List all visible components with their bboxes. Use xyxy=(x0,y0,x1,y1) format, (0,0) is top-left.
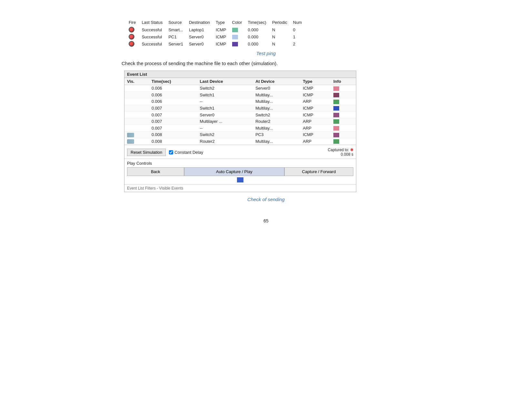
vis-cell xyxy=(124,125,149,132)
play-controls-section: Play Controls Back Auto Capture / Play C… xyxy=(124,159,356,184)
info-cell xyxy=(331,105,356,112)
last-device-cell: Router2 xyxy=(197,138,253,145)
time-cell: 0.006 xyxy=(149,98,197,105)
col-periodic: Periodic xyxy=(271,19,292,26)
event-col-header: Time(sec) xyxy=(149,78,197,85)
status-cell: Successful xyxy=(140,33,167,40)
event-col-header: Type xyxy=(300,78,331,85)
col-num: Num xyxy=(292,19,306,26)
last-device-cell: Switch1 xyxy=(197,92,253,98)
last-device-cell: Switch1 xyxy=(197,105,253,112)
vis-cell xyxy=(124,92,149,98)
vis-cell xyxy=(124,131,149,138)
reset-simulation-button[interactable]: Reset Simulation xyxy=(127,149,166,156)
color-cell xyxy=(231,33,247,40)
col-time: Time(sec) xyxy=(247,19,271,26)
info-cell xyxy=(331,131,356,138)
captured-label: Captured to: xyxy=(328,148,349,152)
col-color: Color xyxy=(231,19,247,26)
type-cell: ICMP xyxy=(300,92,331,98)
controls-left: Reset Simulation Constant Delay xyxy=(127,149,203,156)
event-list-scroll[interactable]: Vis.Time(sec)Last DeviceAt DeviceTypeInf… xyxy=(124,78,356,145)
last-device-cell: Server0 xyxy=(197,112,253,118)
play-controls-label: Play Controls xyxy=(127,161,353,166)
event-color-swatch xyxy=(333,93,339,97)
type-cell: ICMP xyxy=(214,40,231,47)
status-cell: Successful xyxy=(140,26,167,33)
vis-cell xyxy=(124,105,149,112)
list-item: 0.006 -- Multilay... ARP xyxy=(124,98,356,105)
list-item: 0.006 Switch2 Server0 ICMP xyxy=(124,85,356,92)
at-device-cell: Multilay... xyxy=(253,138,300,145)
event-color-swatch xyxy=(333,113,339,117)
vis-icon xyxy=(127,139,134,144)
list-item: 0.007 Server0 Switch2 ICMP xyxy=(124,112,356,118)
time-cell: 0.006 xyxy=(149,85,197,92)
table-row: Successful Smart... Laptop1 ICMP 0.000 N… xyxy=(127,26,306,33)
event-color-swatch xyxy=(333,100,339,104)
time-cell: 0.007 xyxy=(149,112,197,118)
type-cell: ICMP xyxy=(214,26,231,33)
last-device-cell: Switch2 xyxy=(197,131,253,138)
vis-icon xyxy=(127,133,134,137)
type-cell: ICMP xyxy=(300,112,331,118)
progress-bar xyxy=(237,177,243,182)
event-color-swatch xyxy=(333,86,339,91)
back-button[interactable]: Back xyxy=(127,167,184,176)
captured-asterisk: ✱ xyxy=(350,148,353,152)
vis-cell xyxy=(124,112,149,118)
vis-cell xyxy=(124,118,149,125)
fire-dot xyxy=(129,27,134,33)
filters-row[interactable]: Event List Filters - Visible Events xyxy=(124,184,356,192)
last-device-cell: Multilayer ... xyxy=(197,118,253,125)
constant-delay-label[interactable]: Constant Delay xyxy=(169,150,203,155)
event-color-swatch xyxy=(333,106,339,111)
info-cell xyxy=(331,125,356,132)
filters-label: Event List Filters - Visible Events xyxy=(127,186,183,191)
color-swatch xyxy=(232,42,238,46)
event-color-swatch xyxy=(333,126,339,131)
event-col-header: Last Device xyxy=(197,78,253,85)
at-device-cell: Multilay... xyxy=(253,98,300,105)
at-device-cell: PC3 xyxy=(253,131,300,138)
time-cell: 0.006 xyxy=(149,92,197,98)
event-list-panel: Event List Vis.Time(sec)Last DeviceAt De… xyxy=(124,71,356,192)
fire-cell xyxy=(127,33,140,40)
auto-capture-button[interactable]: Auto Capture / Play xyxy=(184,167,284,176)
type-cell: ICMP xyxy=(214,33,231,40)
info-cell xyxy=(331,98,356,105)
num-cell: 2 xyxy=(292,40,306,47)
periodic-cell: N xyxy=(271,26,292,33)
progress-bar-row xyxy=(127,177,353,182)
info-cell xyxy=(331,118,356,125)
type-cell: ARP xyxy=(300,138,331,145)
list-item: 0.008 Switch2 PC3 ICMP xyxy=(124,131,356,138)
destination-cell: Laptop1 xyxy=(188,26,214,33)
num-cell: 1 xyxy=(292,33,306,40)
list-item: 0.008 Router2 Multilay... ARP xyxy=(124,138,356,145)
at-device-cell: Multilay... xyxy=(253,125,300,132)
col-last-status: Last Status xyxy=(140,19,167,26)
capture-forward-button[interactable]: Capture / Forward xyxy=(284,167,353,176)
fire-cell xyxy=(127,40,140,47)
info-cell xyxy=(331,138,356,145)
color-cell xyxy=(231,40,247,47)
at-device-cell: Multilay... xyxy=(253,92,300,98)
time-cell: 0.007 xyxy=(149,125,197,132)
info-cell xyxy=(331,85,356,92)
captured-value: 0.008 s xyxy=(341,152,353,157)
constant-delay-checkbox[interactable] xyxy=(169,150,173,154)
destination-cell: Server0 xyxy=(188,40,214,47)
event-col-header: Info xyxy=(331,78,356,85)
event-table: Vis.Time(sec)Last DeviceAt DeviceTypeInf… xyxy=(124,78,356,145)
at-device-cell: Switch2 xyxy=(253,112,300,118)
info-cell xyxy=(331,92,356,98)
fire-dot xyxy=(129,34,134,40)
caption-ping: Test ping xyxy=(121,51,411,56)
description-text: Check the process of sending the machine… xyxy=(122,61,411,66)
at-device-cell: Router2 xyxy=(253,118,300,125)
fire-dot xyxy=(129,41,134,47)
col-type: Type xyxy=(214,19,231,26)
source-cell: Smart... xyxy=(167,26,188,33)
event-color-swatch xyxy=(333,133,339,137)
